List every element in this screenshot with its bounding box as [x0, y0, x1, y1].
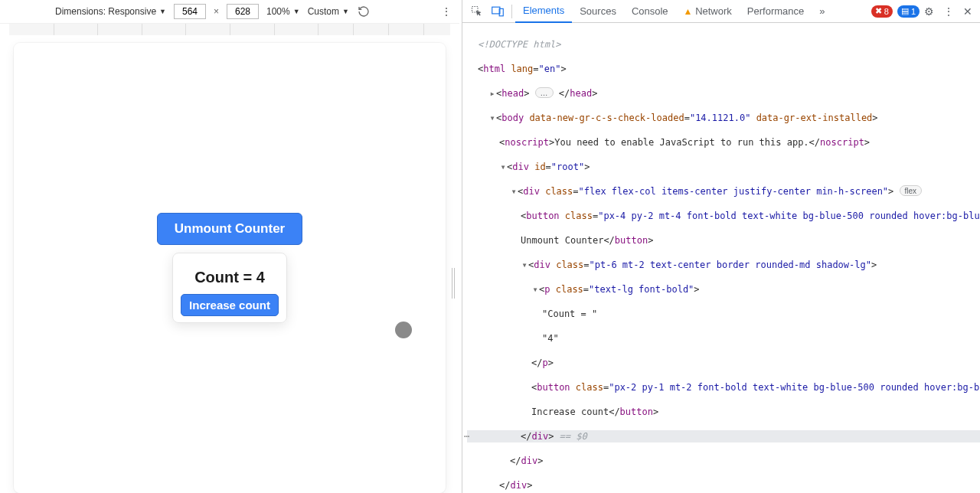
tab-elements[interactable]: Elements [515, 0, 572, 23]
close-devtools-icon[interactable]: ✕ [959, 5, 977, 18]
inspect-element-icon[interactable] [466, 1, 487, 22]
settings-gear-icon[interactable]: ⚙ [920, 5, 939, 18]
dpr-value: Custom [308, 6, 339, 17]
elements-dom-tree[interactable]: <!DOCTYPE html> <html lang="en"> ▸<head>… [462, 23, 980, 493]
more-options-icon[interactable]: ⋮ [439, 5, 453, 18]
resize-handle[interactable] [450, 268, 456, 299]
selected-dom-node[interactable]: </div> == $0 [467, 430, 980, 442]
kebab-menu-icon[interactable]: ⋮ [939, 5, 959, 18]
tab-overflow-icon[interactable]: » [812, 0, 832, 23]
tab-network[interactable]: ▲ Network [676, 0, 740, 23]
zoom-value: 100% [266, 6, 290, 17]
error-count-badge[interactable]: ✖ 8 [871, 5, 893, 18]
app-root: Unmount Counter Count = 4 Increase count [14, 43, 446, 493]
height-input[interactable] [227, 4, 259, 19]
width-input[interactable] [174, 4, 206, 19]
count-prefix: Count = [194, 269, 256, 286]
toggle-device-toolbar-icon[interactable] [487, 1, 508, 22]
flex-badge[interactable]: flex [900, 185, 923, 196]
device-viewport: Unmount Counter Count = 4 Increase count [0, 35, 459, 493]
dimensions-label: Dimensions: Responsive [55, 6, 156, 17]
device-preview-pane: Dimensions: Responsive ▼ × 100% ▼ Custom… [0, 0, 459, 493]
devtools-pane: Elements Sources Console ▲ Network Perfo… [462, 0, 980, 493]
counter-card: Count = 4 Increase count [172, 253, 287, 323]
issue-count-badge[interactable]: ▤ 1 [897, 5, 920, 18]
chevron-down-icon: ▼ [342, 8, 349, 15]
device-frame: Unmount Counter Count = 4 Increase count [14, 43, 446, 493]
dom-doctype: <!DOCTYPE html> [478, 39, 560, 50]
tab-sources[interactable]: Sources [572, 0, 624, 23]
chevron-down-icon: ▼ [293, 8, 300, 15]
dimension-separator: × [214, 6, 219, 17]
dpr-dropdown[interactable]: Custom ▼ [308, 6, 349, 17]
tab-performance[interactable]: Performance [740, 0, 812, 23]
dimensions-dropdown[interactable]: Dimensions: Responsive ▼ [55, 6, 166, 17]
zoom-dropdown[interactable]: 100% ▼ [266, 6, 300, 17]
touch-cursor-icon [395, 322, 412, 338]
devtools-tabbar: Elements Sources Console ▲ Network Perfo… [462, 0, 980, 23]
unmount-counter-button[interactable]: Unmount Counter [157, 213, 302, 245]
increase-count-button[interactable]: Increase count [181, 294, 279, 316]
svg-rect-1 [492, 7, 500, 14]
device-toolbar: Dimensions: Responsive ▼ × 100% ▼ Custom… [0, 0, 459, 24]
tab-console[interactable]: Console [624, 0, 676, 23]
ruler [9, 24, 450, 35]
rotate-icon[interactable] [357, 5, 371, 18]
count-value: 4 [256, 269, 265, 286]
divider [511, 5, 512, 18]
warning-icon: ▲ [684, 6, 693, 17]
count-text: Count = 4 [181, 269, 279, 286]
chevron-down-icon: ▼ [159, 8, 166, 15]
